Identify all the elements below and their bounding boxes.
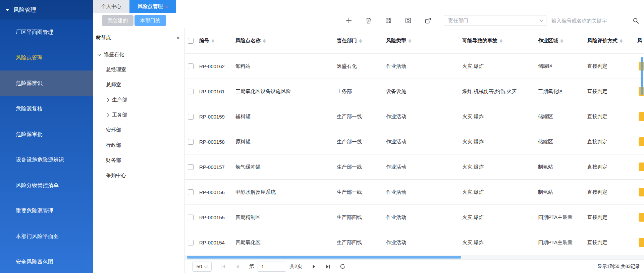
tree-node[interactable]: 行政部: [93, 138, 184, 153]
cell-accidents: 火灾,爆炸: [462, 239, 538, 246]
search-input[interactable]: [551, 18, 632, 24]
table-row: RP-000159 辅料罐 生产部一线 作业活动 火灾,爆炸 储罐区 直接判定: [185, 104, 644, 129]
export-icon[interactable]: [424, 17, 432, 24]
table-row: RP-000156 甲醇水解反应系统 生产部一线 作业活动 火灾,爆炸 制氢站 …: [185, 180, 644, 205]
sidebar-item-hazard-identification[interactable]: 危险源辨识: [0, 71, 93, 96]
row-checkbox[interactable]: [188, 189, 194, 195]
sidebar-item-important-hazard-management[interactable]: 重要危险源管理: [0, 198, 93, 224]
tree-node[interactable]: 安环部: [93, 123, 184, 138]
row-checkbox[interactable]: [188, 63, 194, 69]
sidebar-item-equipment-hazard-identification[interactable]: 设备设施危险源辨识: [0, 147, 93, 173]
trash-icon[interactable]: [365, 17, 372, 24]
cell-accidents: 火灾,爆炸: [462, 214, 538, 221]
chevron-down-icon[interactable]: [97, 52, 101, 56]
select-all-checkbox[interactable]: [188, 38, 194, 44]
tree-node[interactable]: 采购中心: [93, 168, 184, 183]
sidebar-item-risk-grading-list[interactable]: 风险分级管控清单: [0, 173, 93, 198]
sidebar-item-hazard-approval[interactable]: 危险源审批: [0, 122, 93, 147]
risk-level-badge: [639, 112, 644, 121]
table-row: RP-000162 卸料站 逸盛石化 作业活动 火灾,爆炸 储罐区 直接判定: [185, 54, 644, 79]
column-header-name[interactable]: 风险点名称: [235, 38, 337, 44]
tree-node[interactable]: 总经理室: [93, 62, 184, 77]
row-checkbox[interactable]: [188, 215, 194, 220]
tab-risk-point-management[interactable]: 风险点管理 ×: [129, 0, 176, 13]
column-header-risk-level[interactable]: 风: [637, 38, 644, 44]
row-checkbox[interactable]: [188, 114, 194, 120]
refresh-icon[interactable]: [340, 264, 345, 269]
collapse-panel-icon[interactable]: «: [176, 34, 180, 41]
cell-id: RP-000159: [199, 114, 235, 120]
cell-id: RP-000155: [199, 215, 235, 220]
column-header-id[interactable]: 编号: [199, 38, 235, 44]
column-header-risk-type[interactable]: 风险类型: [386, 38, 462, 44]
column-label: 作业区域: [538, 38, 558, 44]
vertical-scrollbar-thumb[interactable]: [641, 57, 643, 95]
next-page-button[interactable]: [312, 264, 316, 269]
sidebar-item-four-color-map[interactable]: 安全风险四色图: [0, 249, 93, 273]
first-page-button[interactable]: [221, 264, 226, 269]
sort-icon: [263, 39, 266, 43]
tree-node-label: 生产部: [112, 97, 127, 103]
save-icon[interactable]: [385, 17, 392, 24]
chevron-right-icon[interactable]: [105, 98, 109, 102]
search-icon[interactable]: [632, 17, 639, 24]
column-header-department[interactable]: 责任部门: [337, 38, 386, 44]
tree-node[interactable]: 财务部: [93, 153, 184, 168]
row-checkbox[interactable]: [188, 89, 194, 94]
cell-department: 逸盛石化: [337, 63, 386, 70]
column-header-evaluation-method[interactable]: 风险评价方式: [587, 38, 637, 44]
sync-icon[interactable]: [405, 17, 412, 24]
tree-node[interactable]: 工务部: [93, 107, 184, 123]
tree-node-root[interactable]: 逸盛石化: [93, 47, 184, 62]
caret-down-icon: [5, 9, 9, 11]
column-header-accidents[interactable]: 可能导致的事故: [462, 38, 538, 44]
plus-icon[interactable]: [345, 17, 353, 24]
row-checkbox[interactable]: [188, 139, 194, 145]
table-row: RP-000158 原料罐 生产部一线 作业活动 火灾,爆炸 储罐区 直接判定: [185, 129, 644, 154]
column-label: 编号: [199, 38, 209, 44]
page-size-select[interactable]: 50: [192, 262, 212, 272]
tree-node-label: 工务部: [112, 112, 127, 118]
table-row: RP-000157 氢气缓冲罐 生产部一线 作业活动 火灾,爆炸 制氢站 直接判…: [185, 154, 644, 180]
cell-id: RP-000161: [199, 89, 235, 94]
cell-department: 生产部一线: [337, 139, 386, 145]
prev-page-button[interactable]: [235, 264, 240, 269]
sidebar-item-label: 厂区平面图管理: [16, 29, 53, 36]
row-checkbox[interactable]: [188, 240, 194, 245]
column-label: 责任部门: [337, 38, 357, 44]
cell-accidents: 火灾,爆炸: [462, 139, 538, 145]
table-row: RP-000154 四期氧化区 生产部四线 作业活动 火灾,爆炸 四期PTA主装…: [185, 230, 644, 255]
sidebar-item-risk-point-management[interactable]: 风险点管理: [0, 45, 93, 71]
cell-risk-type: 设备设施: [386, 88, 462, 95]
horizontal-scrollbar-thumb[interactable]: [187, 256, 461, 259]
cell-evaluation-method: 直接判定: [587, 164, 637, 170]
page-number-input[interactable]: [258, 262, 286, 272]
last-page-button[interactable]: [326, 264, 330, 269]
cell-work-area: 储罐区: [538, 113, 587, 120]
cell-name: 四期氧化区: [235, 239, 337, 246]
sort-icon: [212, 39, 214, 43]
sidebar-item-label: 风险点管理: [16, 54, 43, 61]
cell-work-area: 三期氧化区: [538, 88, 587, 95]
sidebar-item-label: 安全风险四色图: [16, 259, 53, 266]
tab-close-icon[interactable]: ×: [165, 4, 168, 9]
my-department-button[interactable]: 本部门的: [135, 15, 166, 26]
cell-work-area: 四期PTA主装置: [538, 214, 587, 221]
column-header-work-area[interactable]: 作业区域: [538, 38, 587, 44]
row-checkbox[interactable]: [188, 164, 194, 170]
sidebar-group-risk-management[interactable]: 风险管理: [0, 0, 93, 19]
sidebar-item-department-risk-plan[interactable]: 本部门风险平面图: [0, 224, 93, 249]
chevron-right-icon[interactable]: [105, 113, 109, 117]
sidebar-item-factory-plan[interactable]: 厂区平面图管理: [0, 19, 93, 45]
department-filter-select[interactable]: 责任部门: [444, 15, 546, 26]
cell-name: 甲醇水解反应系统: [235, 189, 337, 195]
tab-label: 风险点管理: [138, 3, 163, 10]
tab-personal-center[interactable]: 个人中心: [93, 0, 129, 13]
cell-evaluation-method: 直接判定: [587, 63, 637, 70]
chevron-down-icon: [536, 15, 546, 26]
sidebar-item-hazard-review[interactable]: 危险源复核: [0, 96, 93, 122]
tree-node[interactable]: 生产部: [93, 92, 184, 107]
tree-node[interactable]: 总师室: [93, 77, 184, 92]
created-by-me-button[interactable]: 我创建的: [102, 15, 133, 26]
cell-risk-type: 作业活动: [386, 113, 462, 120]
